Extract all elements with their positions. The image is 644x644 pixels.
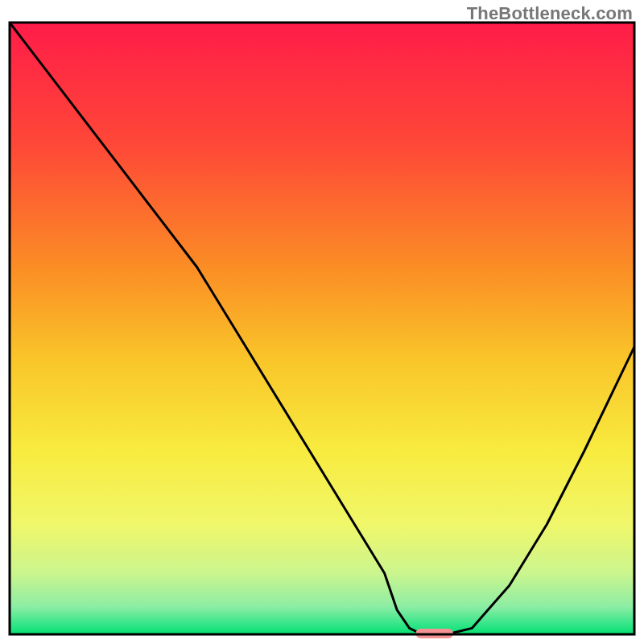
chart-container: TheBottleneck.com	[0, 0, 644, 644]
bottleneck-chart	[0, 0, 644, 644]
gradient-background	[10, 23, 634, 634]
